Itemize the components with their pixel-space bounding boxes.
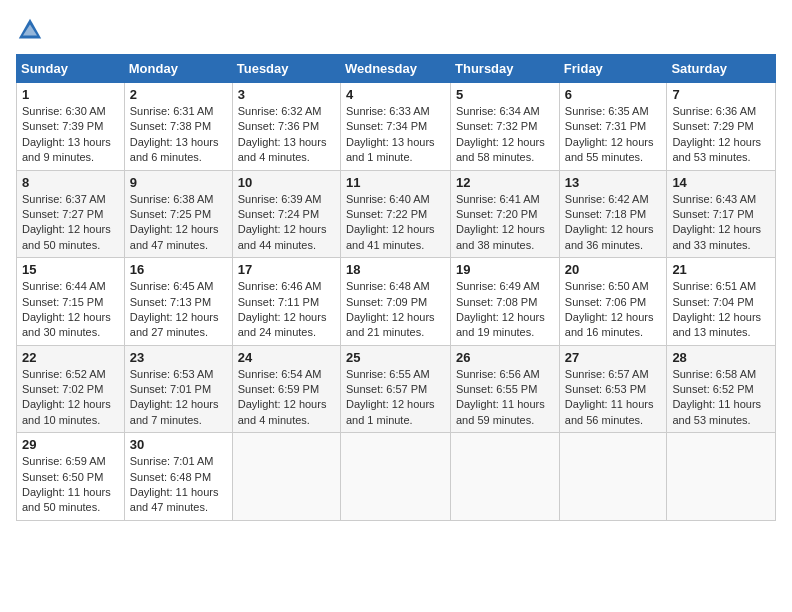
day-number: 6 <box>565 87 662 102</box>
day-info: Sunrise: 7:01 AMSunset: 6:48 PMDaylight:… <box>130 455 219 513</box>
logo <box>16 16 48 44</box>
day-number: 19 <box>456 262 554 277</box>
day-info: Sunrise: 6:50 AMSunset: 7:06 PMDaylight:… <box>565 280 654 338</box>
calendar-day-cell: 28Sunrise: 6:58 AMSunset: 6:52 PMDayligh… <box>667 345 776 433</box>
day-number: 8 <box>22 175 119 190</box>
calendar-header: SundayMondayTuesdayWednesdayThursdayFrid… <box>17 55 776 83</box>
day-info: Sunrise: 6:37 AMSunset: 7:27 PMDaylight:… <box>22 193 111 251</box>
day-info: Sunrise: 6:55 AMSunset: 6:57 PMDaylight:… <box>346 368 435 426</box>
day-number: 3 <box>238 87 335 102</box>
page-header <box>16 16 776 44</box>
day-info: Sunrise: 6:38 AMSunset: 7:25 PMDaylight:… <box>130 193 219 251</box>
day-number: 20 <box>565 262 662 277</box>
day-info: Sunrise: 6:48 AMSunset: 7:09 PMDaylight:… <box>346 280 435 338</box>
calendar-day-cell: 11Sunrise: 6:40 AMSunset: 7:22 PMDayligh… <box>340 170 450 258</box>
day-info: Sunrise: 6:36 AMSunset: 7:29 PMDaylight:… <box>672 105 761 163</box>
day-info: Sunrise: 6:40 AMSunset: 7:22 PMDaylight:… <box>346 193 435 251</box>
calendar-day-cell: 10Sunrise: 6:39 AMSunset: 7:24 PMDayligh… <box>232 170 340 258</box>
day-number: 27 <box>565 350 662 365</box>
calendar-day-cell: 21Sunrise: 6:51 AMSunset: 7:04 PMDayligh… <box>667 258 776 346</box>
day-number: 10 <box>238 175 335 190</box>
day-info: Sunrise: 6:43 AMSunset: 7:17 PMDaylight:… <box>672 193 761 251</box>
day-info: Sunrise: 6:34 AMSunset: 7:32 PMDaylight:… <box>456 105 545 163</box>
day-number: 11 <box>346 175 445 190</box>
weekday-header: Monday <box>124 55 232 83</box>
weekday-header: Sunday <box>17 55 125 83</box>
day-info: Sunrise: 6:39 AMSunset: 7:24 PMDaylight:… <box>238 193 327 251</box>
day-number: 25 <box>346 350 445 365</box>
calendar-week-row: 8Sunrise: 6:37 AMSunset: 7:27 PMDaylight… <box>17 170 776 258</box>
calendar-week-row: 22Sunrise: 6:52 AMSunset: 7:02 PMDayligh… <box>17 345 776 433</box>
day-number: 1 <box>22 87 119 102</box>
calendar-day-cell: 12Sunrise: 6:41 AMSunset: 7:20 PMDayligh… <box>451 170 560 258</box>
calendar-day-cell: 30Sunrise: 7:01 AMSunset: 6:48 PMDayligh… <box>124 433 232 521</box>
weekday-header: Tuesday <box>232 55 340 83</box>
day-number: 21 <box>672 262 770 277</box>
day-info: Sunrise: 6:44 AMSunset: 7:15 PMDaylight:… <box>22 280 111 338</box>
calendar-day-cell: 9Sunrise: 6:38 AMSunset: 7:25 PMDaylight… <box>124 170 232 258</box>
weekday-header: Saturday <box>667 55 776 83</box>
calendar-day-cell: 13Sunrise: 6:42 AMSunset: 7:18 PMDayligh… <box>559 170 667 258</box>
calendar-week-row: 1Sunrise: 6:30 AMSunset: 7:39 PMDaylight… <box>17 83 776 171</box>
calendar-day-cell: 27Sunrise: 6:57 AMSunset: 6:53 PMDayligh… <box>559 345 667 433</box>
calendar-day-cell: 16Sunrise: 6:45 AMSunset: 7:13 PMDayligh… <box>124 258 232 346</box>
calendar-table: SundayMondayTuesdayWednesdayThursdayFrid… <box>16 54 776 521</box>
day-number: 14 <box>672 175 770 190</box>
calendar-day-cell <box>340 433 450 521</box>
day-number: 5 <box>456 87 554 102</box>
day-info: Sunrise: 6:42 AMSunset: 7:18 PMDaylight:… <box>565 193 654 251</box>
calendar-day-cell: 23Sunrise: 6:53 AMSunset: 7:01 PMDayligh… <box>124 345 232 433</box>
weekday-row: SundayMondayTuesdayWednesdayThursdayFrid… <box>17 55 776 83</box>
calendar-day-cell: 24Sunrise: 6:54 AMSunset: 6:59 PMDayligh… <box>232 345 340 433</box>
calendar-day-cell: 2Sunrise: 6:31 AMSunset: 7:38 PMDaylight… <box>124 83 232 171</box>
calendar-week-row: 29Sunrise: 6:59 AMSunset: 6:50 PMDayligh… <box>17 433 776 521</box>
day-info: Sunrise: 6:58 AMSunset: 6:52 PMDaylight:… <box>672 368 761 426</box>
day-number: 18 <box>346 262 445 277</box>
calendar-day-cell <box>232 433 340 521</box>
day-info: Sunrise: 6:31 AMSunset: 7:38 PMDaylight:… <box>130 105 219 163</box>
calendar-day-cell: 20Sunrise: 6:50 AMSunset: 7:06 PMDayligh… <box>559 258 667 346</box>
calendar-day-cell: 22Sunrise: 6:52 AMSunset: 7:02 PMDayligh… <box>17 345 125 433</box>
day-number: 12 <box>456 175 554 190</box>
weekday-header: Thursday <box>451 55 560 83</box>
day-info: Sunrise: 6:30 AMSunset: 7:39 PMDaylight:… <box>22 105 111 163</box>
calendar-day-cell: 3Sunrise: 6:32 AMSunset: 7:36 PMDaylight… <box>232 83 340 171</box>
calendar-day-cell: 26Sunrise: 6:56 AMSunset: 6:55 PMDayligh… <box>451 345 560 433</box>
calendar-day-cell: 1Sunrise: 6:30 AMSunset: 7:39 PMDaylight… <box>17 83 125 171</box>
calendar-day-cell: 19Sunrise: 6:49 AMSunset: 7:08 PMDayligh… <box>451 258 560 346</box>
day-number: 9 <box>130 175 227 190</box>
day-number: 23 <box>130 350 227 365</box>
weekday-header: Friday <box>559 55 667 83</box>
weekday-header: Wednesday <box>340 55 450 83</box>
calendar-day-cell: 17Sunrise: 6:46 AMSunset: 7:11 PMDayligh… <box>232 258 340 346</box>
day-number: 24 <box>238 350 335 365</box>
calendar-day-cell <box>451 433 560 521</box>
day-info: Sunrise: 6:46 AMSunset: 7:11 PMDaylight:… <box>238 280 327 338</box>
day-info: Sunrise: 6:51 AMSunset: 7:04 PMDaylight:… <box>672 280 761 338</box>
calendar-day-cell <box>559 433 667 521</box>
calendar-day-cell: 25Sunrise: 6:55 AMSunset: 6:57 PMDayligh… <box>340 345 450 433</box>
calendar-day-cell: 5Sunrise: 6:34 AMSunset: 7:32 PMDaylight… <box>451 83 560 171</box>
day-number: 28 <box>672 350 770 365</box>
day-info: Sunrise: 6:41 AMSunset: 7:20 PMDaylight:… <box>456 193 545 251</box>
day-info: Sunrise: 6:56 AMSunset: 6:55 PMDaylight:… <box>456 368 545 426</box>
day-info: Sunrise: 6:57 AMSunset: 6:53 PMDaylight:… <box>565 368 654 426</box>
day-number: 15 <box>22 262 119 277</box>
day-number: 7 <box>672 87 770 102</box>
calendar-day-cell: 14Sunrise: 6:43 AMSunset: 7:17 PMDayligh… <box>667 170 776 258</box>
day-number: 16 <box>130 262 227 277</box>
calendar-body: 1Sunrise: 6:30 AMSunset: 7:39 PMDaylight… <box>17 83 776 521</box>
day-info: Sunrise: 6:49 AMSunset: 7:08 PMDaylight:… <box>456 280 545 338</box>
day-number: 17 <box>238 262 335 277</box>
day-number: 29 <box>22 437 119 452</box>
calendar-day-cell: 7Sunrise: 6:36 AMSunset: 7:29 PMDaylight… <box>667 83 776 171</box>
logo-icon <box>16 16 44 44</box>
day-info: Sunrise: 6:45 AMSunset: 7:13 PMDaylight:… <box>130 280 219 338</box>
day-info: Sunrise: 6:33 AMSunset: 7:34 PMDaylight:… <box>346 105 435 163</box>
day-number: 4 <box>346 87 445 102</box>
day-info: Sunrise: 6:53 AMSunset: 7:01 PMDaylight:… <box>130 368 219 426</box>
day-info: Sunrise: 6:59 AMSunset: 6:50 PMDaylight:… <box>22 455 111 513</box>
day-info: Sunrise: 6:35 AMSunset: 7:31 PMDaylight:… <box>565 105 654 163</box>
day-number: 26 <box>456 350 554 365</box>
day-number: 2 <box>130 87 227 102</box>
